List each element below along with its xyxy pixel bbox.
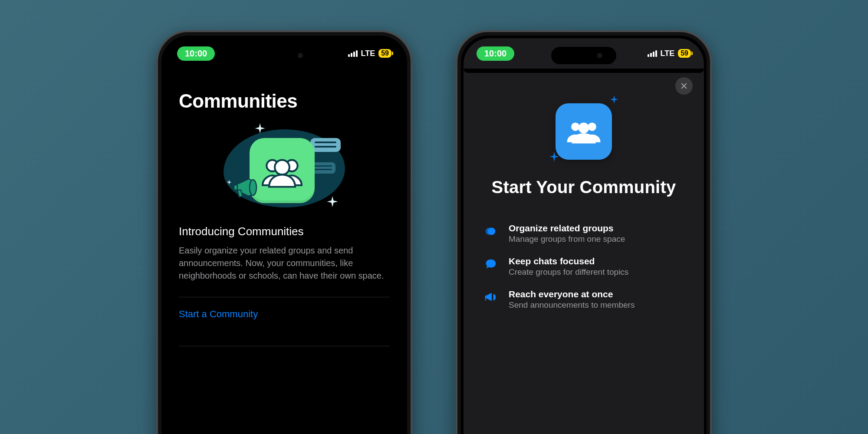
screen: 10:00 LTE 59 Communities: [164, 38, 404, 434]
phone-side-button: [156, 136, 158, 167]
battery-icon: 59: [378, 49, 391, 58]
feature-desc: Send announcements to members: [509, 300, 635, 310]
dynamic-island: [252, 47, 317, 64]
intro-subhead: Introducing Communities: [179, 225, 390, 238]
phone-side-button: [411, 141, 412, 188]
signal-icon: [348, 50, 358, 57]
status-right: LTE 59: [348, 49, 391, 58]
phone-side-button: [456, 136, 457, 167]
start-community-sheet: Start Your Community Organize related gr…: [464, 103, 704, 322]
svg-point-2: [275, 160, 289, 175]
divider: [179, 346, 390, 346]
network-label: LTE: [361, 49, 375, 58]
start-community-link[interactable]: Start a Community: [179, 297, 390, 331]
phone-side-button: [156, 106, 158, 123]
feature-title: Organize related groups: [509, 223, 625, 233]
group-icon: [556, 103, 612, 160]
phone-side-button: [456, 175, 457, 206]
signal-icon: [648, 50, 657, 57]
feature-title: Keep chats focused: [509, 256, 628, 266]
phone-side-button: [156, 175, 158, 206]
feature-row: Organize related groups Manage groups fr…: [483, 223, 684, 244]
svg-point-9: [488, 228, 495, 235]
svg-rect-4: [234, 185, 237, 190]
close-button[interactable]: [675, 77, 693, 95]
feature-title: Reach everyone at once: [509, 289, 635, 299]
phone-right: 10:00 LTE 59: [456, 30, 712, 434]
svg-point-3: [250, 180, 256, 195]
phone-side-button: [710, 141, 712, 188]
page-title: Communities: [179, 90, 390, 112]
comparison-stage: 10:00 LTE 59 Communities: [0, 0, 868, 434]
status-right: LTE 59: [648, 49, 691, 58]
close-icon: [680, 82, 688, 90]
svg-point-5: [571, 122, 579, 131]
megaphone-icon: [483, 290, 498, 305]
dynamic-island: [551, 47, 616, 64]
sheet-backdrop: [464, 69, 704, 73]
feature-desc: Manage groups from one space: [509, 234, 625, 244]
network-label: LTE: [661, 49, 675, 58]
svg-point-6: [588, 122, 596, 131]
megaphone-icon: [231, 174, 262, 201]
screen: 10:00 LTE 59: [464, 38, 704, 434]
phone-side-button: [456, 106, 457, 123]
svg-point-7: [579, 122, 589, 133]
sheet-title: Start Your Community: [483, 177, 684, 197]
status-time-pill[interactable]: 10:00: [477, 46, 514, 61]
chat-bubble-icon: [483, 257, 498, 272]
status-time-pill[interactable]: 10:00: [177, 46, 215, 61]
phone-left: 10:00 LTE 59 Communities: [156, 30, 412, 434]
feature-row: Reach everyone at once Send announcement…: [483, 289, 684, 310]
feature-list: Organize related groups Manage groups fr…: [483, 223, 684, 310]
communities-intro: Communities: [164, 82, 404, 346]
battery-icon: 59: [678, 49, 691, 58]
communities-illustration: [179, 125, 390, 212]
chat-bubble-icon: [310, 138, 341, 152]
feature-row: Keep chats focused Create groups for dif…: [483, 256, 684, 277]
feature-desc: Create groups for different topics: [509, 267, 628, 277]
stacked-circles-icon: [483, 224, 498, 239]
intro-body: Easily organize your related groups and …: [179, 244, 390, 282]
